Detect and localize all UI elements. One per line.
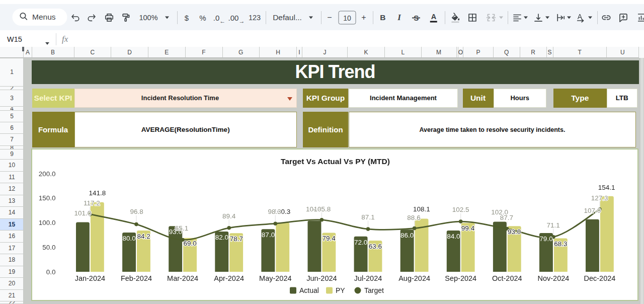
svg-text:68.3: 68.3 [554, 240, 567, 247]
svg-text:65.1: 65.1 [175, 224, 188, 232]
svg-text:Mar-2024: Mar-2024 [167, 274, 198, 282]
svg-text:108.1: 108.1 [413, 205, 430, 213]
svg-text:78.7: 78.7 [229, 235, 243, 243]
svg-text:Jul-2024: Jul-2024 [354, 274, 382, 282]
svg-text:Sep-2024: Sep-2024 [445, 274, 476, 282]
svg-text:Actual: Actual [299, 286, 319, 294]
svg-text:Apr-2024: Apr-2024 [214, 274, 244, 282]
svg-text:79.4: 79.4 [322, 235, 336, 242]
svg-text:101.0: 101.0 [74, 209, 91, 216]
svg-text:102.5: 102.5 [452, 206, 469, 213]
svg-text:72.0: 72.0 [354, 238, 367, 246]
svg-text:Jan-2024: Jan-2024 [74, 274, 105, 282]
svg-text:Oct-2024: Oct-2024 [492, 274, 522, 282]
svg-text:Dec-2024: Dec-2024 [584, 274, 615, 282]
svg-text:Feb-2024: Feb-2024 [120, 274, 151, 282]
svg-text:84.0: 84.0 [447, 233, 460, 240]
svg-text:0.0: 0.0 [46, 268, 55, 275]
svg-text:Target: Target [364, 286, 384, 294]
svg-text:Nov-2024: Nov-2024 [537, 274, 569, 282]
svg-text:127.3: 127.3 [591, 194, 608, 201]
svg-text:86.0: 86.0 [400, 232, 414, 239]
svg-text:PY: PY [336, 286, 345, 294]
svg-text:200.0: 200.0 [38, 170, 55, 177]
svg-text:98.3: 98.3 [268, 208, 281, 215]
svg-text:79.0: 79.0 [539, 235, 552, 243]
svg-text:150.0: 150.0 [38, 194, 55, 202]
svg-text:107.0: 107.0 [584, 206, 601, 214]
svg-text:84.2: 84.2 [137, 233, 150, 240]
svg-text:154.1: 154.1 [598, 183, 615, 191]
svg-text:93.0: 93.0 [508, 227, 521, 235]
svg-text:82.0: 82.0 [215, 234, 228, 241]
svg-text:141.8: 141.8 [89, 189, 106, 196]
svg-text:96.8: 96.8 [130, 208, 143, 215]
svg-text:71.1: 71.1 [546, 221, 559, 229]
svg-text:88.6: 88.6 [407, 213, 420, 221]
svg-text:99.4: 99.4 [461, 224, 474, 232]
svg-text:117.2: 117.2 [83, 199, 100, 207]
svg-text:Aug-2024: Aug-2024 [398, 274, 430, 282]
svg-text:87.0: 87.0 [261, 231, 274, 239]
svg-text:69.0: 69.0 [183, 240, 196, 247]
svg-text:63.6: 63.6 [368, 242, 381, 250]
svg-text:May-2024: May-2024 [259, 274, 291, 282]
svg-text:80.0: 80.0 [122, 235, 135, 242]
svg-text:100.0: 100.0 [38, 219, 55, 226]
svg-text:87.7: 87.7 [500, 214, 513, 221]
svg-text:105.8: 105.8 [313, 205, 331, 212]
svg-text:Target Vs Actual Vs PY (MTD): Target Vs Actual Vs PY (MTD) [281, 157, 390, 166]
svg-text:50.0: 50.0 [42, 243, 55, 251]
svg-text:89.4: 89.4 [222, 212, 236, 219]
svg-text:87.1: 87.1 [361, 213, 374, 221]
svg-text:Jun-2024: Jun-2024 [306, 274, 337, 282]
